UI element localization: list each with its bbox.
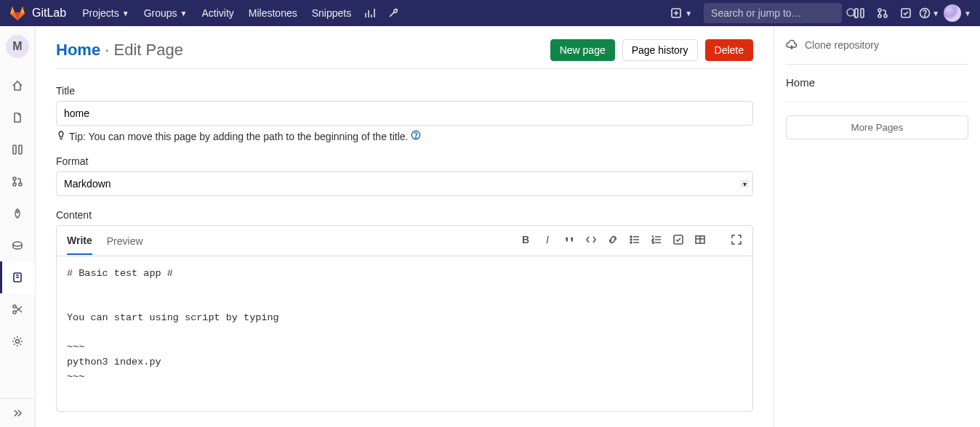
- svg-point-9: [925, 16, 925, 17]
- page-history-button[interactable]: Page history: [622, 39, 698, 61]
- nav-projects[interactable]: Projects ▼: [75, 0, 136, 26]
- checkbox-icon: [672, 234, 684, 245]
- user-menu[interactable]: ▼: [941, 4, 974, 22]
- nav-merge-requests[interactable]: [871, 0, 894, 26]
- rail-snippets[interactable]: [0, 293, 35, 325]
- wiki-home-link[interactable]: Home: [56, 41, 100, 59]
- task-list-button[interactable]: [672, 234, 684, 248]
- table-icon: [694, 234, 706, 245]
- side-rail: M: [0, 26, 36, 427]
- cloud-download-icon: [786, 39, 798, 51]
- italic-button[interactable]: I: [542, 234, 553, 248]
- rail-repository[interactable]: [0, 102, 35, 134]
- format-label: Format: [56, 155, 753, 167]
- project-avatar[interactable]: M: [6, 35, 29, 58]
- svg-point-24: [630, 242, 632, 243]
- search-input[interactable]: [704, 7, 846, 19]
- format-select[interactable]: Markdown: [56, 171, 753, 196]
- rail-wiki[interactable]: [0, 261, 35, 293]
- tip-help[interactable]: [411, 130, 421, 142]
- nav-analytics[interactable]: [358, 0, 382, 26]
- content-textarea[interactable]: [57, 256, 752, 409]
- rail-operations[interactable]: [0, 229, 35, 261]
- tab-write[interactable]: Write: [67, 227, 92, 255]
- fullscreen-button[interactable]: [731, 234, 742, 248]
- delete-button[interactable]: Delete: [705, 39, 753, 61]
- help-icon: [919, 7, 931, 19]
- wiki-page-link[interactable]: Home: [786, 65, 968, 102]
- chevron-down-icon: ▼: [122, 9, 129, 17]
- svg-point-23: [630, 239, 632, 240]
- fullscreen-icon: [731, 234, 742, 245]
- svg-point-5: [878, 15, 881, 17]
- link-icon: [607, 234, 619, 245]
- lightbulb-icon: [56, 130, 66, 142]
- rail-collapse[interactable]: [0, 398, 35, 427]
- rail-settings[interactable]: [0, 325, 35, 357]
- title-input[interactable]: [56, 101, 753, 126]
- main-nav: Projects ▼ Groups ▼ Activity Milestones …: [75, 0, 405, 26]
- list-ul-icon: [629, 234, 640, 245]
- rail-issues[interactable]: [0, 134, 35, 166]
- quote-icon: [563, 234, 575, 245]
- svg-rect-2: [855, 9, 858, 17]
- svg-point-15: [17, 211, 18, 213]
- main-content: Home · Edit Page New page Page history D…: [36, 26, 774, 427]
- chart-icon: [364, 7, 376, 19]
- rail-merge-requests[interactable]: [0, 166, 35, 198]
- more-pages-button[interactable]: More Pages: [786, 115, 968, 139]
- chevrons-right-icon: [12, 407, 23, 419]
- svg-point-6: [884, 15, 887, 17]
- rail-ci-cd[interactable]: [0, 198, 35, 229]
- gitlab-logo-icon: [9, 4, 26, 22]
- merge-request-icon: [877, 7, 888, 19]
- bold-button[interactable]: B: [520, 234, 531, 248]
- operations-icon: [12, 240, 23, 251]
- svg-point-19: [16, 340, 20, 343]
- nav-snippets-label: Snippets: [312, 7, 351, 19]
- link-button[interactable]: [607, 234, 619, 248]
- plus-square-icon: [670, 7, 682, 19]
- nav-admin[interactable]: [382, 0, 405, 26]
- title-label: Title: [56, 85, 753, 97]
- new-page-button[interactable]: New page: [550, 39, 615, 61]
- nav-activity[interactable]: Activity: [194, 0, 241, 26]
- issues-icon: [12, 144, 23, 155]
- nav-todos[interactable]: [894, 0, 917, 26]
- tab-preview[interactable]: Preview: [107, 228, 143, 254]
- svg-rect-3: [861, 9, 864, 17]
- clone-repository-link[interactable]: Clone repository: [786, 39, 968, 65]
- svg-point-14: [19, 183, 22, 186]
- logo-area[interactable]: GitLab: [9, 4, 66, 22]
- rail-project-home[interactable]: [0, 70, 35, 102]
- new-menu[interactable]: ▼: [664, 0, 698, 26]
- merge-request-icon: [12, 176, 23, 187]
- chevron-down-icon: ▼: [180, 9, 188, 17]
- nav-milestones[interactable]: Milestones: [241, 0, 305, 26]
- svg-point-18: [13, 311, 16, 314]
- wrench-icon: [387, 7, 399, 19]
- title-separator: ·: [105, 41, 109, 59]
- page-title: Home · Edit Page: [56, 41, 183, 60]
- gear-icon: [12, 336, 23, 347]
- svg-rect-10: [13, 145, 16, 154]
- home-icon: [12, 80, 23, 92]
- svg-point-17: [13, 305, 16, 308]
- table-button[interactable]: [694, 234, 706, 248]
- book-icon: [12, 272, 23, 283]
- code-button[interactable]: [585, 234, 597, 248]
- chevron-down-icon: ▼: [964, 9, 971, 17]
- nav-issues[interactable]: [848, 0, 871, 26]
- svg-point-4: [878, 9, 881, 12]
- nav-snippets[interactable]: Snippets: [305, 0, 358, 26]
- nav-groups[interactable]: Groups ▼: [137, 0, 195, 26]
- quote-button[interactable]: [563, 234, 575, 248]
- nav-groups-label: Groups: [144, 7, 177, 19]
- bullet-list-button[interactable]: [629, 234, 640, 248]
- numbered-list-button[interactable]: [651, 234, 662, 248]
- nav-help[interactable]: ▼: [917, 0, 941, 26]
- clone-label: Clone repository: [805, 39, 879, 51]
- svg-point-22: [630, 236, 632, 237]
- issues-icon: [854, 7, 865, 19]
- nav-projects-label: Projects: [82, 7, 119, 19]
